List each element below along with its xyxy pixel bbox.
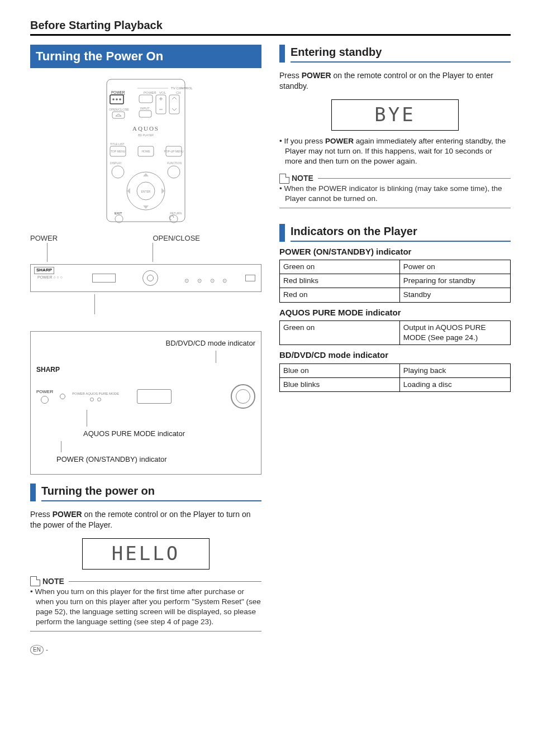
heading-indicators: Indicators on the Player — [291, 224, 511, 242]
table-row: Red blinksPreparing for standby — [280, 274, 511, 288]
svg-point-6 — [119, 98, 121, 101]
panel-power-label: POWER — [36, 389, 53, 395]
remote-display-label: DISPLAY — [110, 161, 122, 165]
svg-rect-15 — [139, 111, 151, 117]
remote-input-label: INPUT — [140, 107, 150, 110]
svg-rect-13 — [112, 112, 125, 118]
page-footer: EN - — [30, 645, 48, 655]
player-panel-closeup: BD/DVD/CD mode indicator SHARP POWER POW… — [30, 331, 261, 475]
player-illustration: SHARP POWER ○ ○ ○ ⊙ ⊙ ⊙ ⊙ — [30, 264, 261, 292]
player-tray — [92, 274, 116, 283]
callout-openclose: OPEN/CLOSE — [153, 233, 200, 243]
remote-popup-label: POP-UP MENU — [164, 150, 184, 153]
callout-aquospure: AQUOS PURE MODE indicator — [83, 429, 255, 439]
indicator-bd-heading: BD/DVD/CD mode indicator — [279, 350, 511, 361]
heading-turning-power-on-sub: Turning the power on — [41, 484, 261, 501]
svg-point-4 — [112, 98, 115, 101]
panel-small-led-1 — [60, 394, 65, 399]
player-power-led-label: POWER ○ ○ ○ — [37, 275, 63, 280]
callout-power: POWER — [30, 233, 58, 243]
remote-exit-label: EXIT — [115, 212, 122, 215]
callout-bdmode: BD/DVD/CD mode indicator — [36, 338, 255, 348]
table-row: Blue onPlaying back — [280, 363, 511, 377]
svg-marker-26 — [161, 188, 165, 194]
panel-knob — [231, 384, 255, 409]
note-icon — [279, 174, 289, 184]
table-row: Green onOutput in AQUOS PURE MODE (See p… — [280, 320, 511, 344]
svg-rect-12 — [169, 95, 179, 114]
svg-marker-23 — [143, 173, 149, 176]
turning-power-on-text: Press POWER on the remote control or on … — [30, 509, 261, 530]
remote-ch-label: CH — [176, 91, 181, 94]
indicator-aquos-heading: AQUOS PURE MODE indicator — [279, 307, 511, 318]
panel-tiny-led-2 — [97, 398, 101, 401]
svg-point-5 — [116, 98, 118, 101]
standby-bullet: • If you press POWER again immediately a… — [279, 136, 511, 167]
remote-return-label: RETURN — [170, 212, 182, 215]
note-icon — [30, 576, 40, 586]
table-row: Blue blinksLoading a disc — [280, 377, 511, 391]
svg-point-20 — [168, 166, 180, 178]
panel-display-window — [137, 389, 172, 404]
svg-marker-14 — [116, 114, 121, 116]
note-left-item-1: • When you turn on this player for the f… — [30, 587, 261, 628]
remote-openclose-label: OPEN/CLOSE — [109, 108, 129, 111]
remote-vol-label: VOL — [159, 91, 166, 94]
table-row: Red onStandby — [280, 288, 511, 302]
indicator-power-table: Green onPower on Red blinksPreparing for… — [279, 260, 511, 303]
section-rule — [30, 34, 511, 36]
indicator-aquos-table: Green onOutput in AQUOS PURE MODE (See p… — [279, 320, 511, 345]
svg-point-19 — [112, 166, 124, 178]
svg-marker-25 — [127, 188, 130, 194]
heading-turning-power-on: Turning the Power On — [30, 45, 261, 68]
remote-function-label: FUNCTION — [167, 161, 182, 165]
remote-aquos-label: AQUOS — [132, 125, 159, 132]
footer-dash: - — [46, 645, 48, 654]
note-label-right: NOTE — [292, 173, 313, 184]
note-divider — [69, 581, 261, 582]
indicator-bd-table: Blue onPlaying back Blue blinksLoading a… — [279, 363, 511, 392]
player-disc-icon — [142, 270, 158, 286]
remote-enter-label: ENTER — [141, 190, 151, 193]
remote-bdplayer-label: BD PLAYER — [138, 133, 154, 137]
remote-topmenu-label: TOP MENU — [111, 150, 126, 153]
remote-illustration: TV CONTROL POWER POWER VOL CH OPEN/CLOSE — [90, 74, 202, 230]
callout-lines — [30, 243, 261, 262]
svg-marker-24 — [143, 205, 149, 209]
display-hello: HELLO — [82, 538, 210, 570]
heading-entering-standby: Entering standby — [291, 45, 511, 63]
svg-rect-7 — [139, 95, 153, 103]
page-section-heading: Before Starting Playback — [30, 18, 511, 33]
remote-titlelist-label: TITLE LIST — [110, 142, 125, 146]
indicator-power-heading: POWER (ON/STANDBY) indicator — [279, 246, 511, 257]
table-row: Green onPower on — [280, 260, 511, 274]
player-callout-row: POWER OPEN/CLOSE — [30, 233, 261, 243]
panel-sharp-label: SHARP — [36, 365, 255, 374]
note-right-item-1: • When the POWER indicator is blinking (… — [279, 184, 511, 204]
entering-standby-text: Press POWER on the remote control or on … — [279, 70, 511, 92]
remote-power2-label: POWER — [144, 91, 156, 94]
note-label-left: NOTE — [42, 576, 64, 587]
player-sharp-label: SHARP — [34, 267, 54, 274]
panel-power-led — [41, 396, 49, 404]
note-divider — [318, 178, 511, 179]
remote-power-label: POWER — [111, 90, 125, 94]
player-front-buttons: ⊙ ⊙ ⊙ ⊙ — [184, 277, 230, 285]
panel-tiny-led-1 — [90, 398, 94, 401]
callout-powerind: POWER (ON/STANDBY) indicator — [56, 454, 255, 465]
display-bye: BYE — [331, 99, 459, 131]
player-usb-icon — [245, 275, 255, 281]
remote-home-label: HOME — [142, 150, 151, 153]
footer-lang-badge: EN — [30, 645, 44, 655]
